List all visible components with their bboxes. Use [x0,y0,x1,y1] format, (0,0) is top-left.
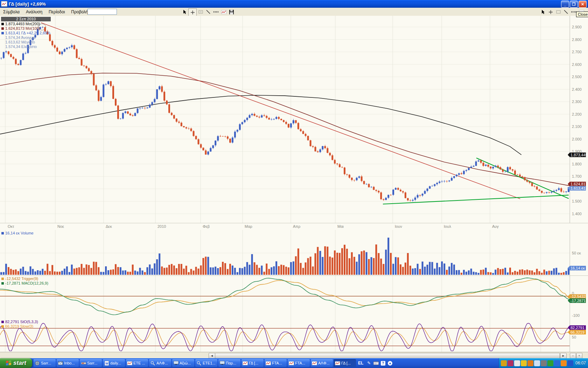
legend-sto-fast: 82,2791 StO(5,3,3) [1,320,38,324]
taskbar-button-1[interactable]: Sarr... [34,359,56,367]
gridline-icon[interactable] [212,8,220,15]
toolbar-center [181,8,235,16]
taskbar-button-11[interactable]: FTA... [265,359,287,367]
close-button[interactable]: ✕ [579,1,587,8]
taskbar-button-14[interactable]: ΓΔ [... [334,359,356,367]
month-label: Οκτ [8,224,14,229]
tray-icon-3[interactable] [514,360,520,366]
legend-price: 1.613,41 ΓΔ +42,29 2,69% [1,31,50,35]
svg-text:1.873,449: 1.873,449 [570,153,588,157]
tray-icon-11[interactable] [567,360,573,366]
start-button[interactable]: start [0,358,32,368]
taskbar-button-5[interactable]: ETE ... [126,359,148,367]
taskbar-button-7[interactable]: Αξιώ... [172,359,194,367]
system-tray: 06:07 [499,358,588,368]
rectangle-icon[interactable] [197,8,204,15]
language-indicator[interactable]: EL [358,361,363,366]
tray-icon-4[interactable] [521,360,527,366]
symbol-input[interactable] [88,9,117,15]
zoom-in-button[interactable]: + [576,353,582,359]
tray-icon-7[interactable] [541,360,547,366]
month-label: Απρ [293,224,300,229]
chart-icon [243,361,248,366]
taskbar-button-10[interactable]: ΓΔ [... [241,359,264,367]
taskbar-button-6[interactable]: ΑΛΦ... [149,359,171,367]
title-bar: ΓΔ [daily] +2,69% _ ❐ ✕ [0,0,588,8]
tray-icon-9[interactable] [554,360,560,366]
svg-text:2.700: 2.700 [572,50,582,54]
close-tooltip: Close [576,12,588,17]
svg-text:50: 50 [572,335,576,339]
taskbar-button-4[interactable]: Wdaily... [103,359,125,367]
task-buttons: Sarr...Inbo...Sarr...Wdaily...ETE ...ΑΛΦ… [34,359,356,367]
svg-text:2.600: 2.600 [572,62,582,67]
svg-text:2.900: 2.900 [572,25,582,29]
svg-text:2.200: 2.200 [572,112,582,116]
svg-text:-17,2871: -17,2871 [570,299,586,303]
monitor-icon [219,361,225,366]
month-label: Ιουλ [444,224,451,229]
taskbar-button-8[interactable]: ΕΤΕ1... [195,359,217,367]
pointer-icon[interactable] [539,8,547,15]
menu-periods[interactable]: Περίοδοι [46,8,68,15]
taskbar-button-2[interactable]: Inbo... [57,359,79,367]
menu-analysis[interactable]: Ανάλυση [23,8,46,15]
restore-button[interactable]: ❐ [570,1,578,8]
svg-text:1.613,41: 1.613,41 [570,186,586,190]
line-icon[interactable] [204,8,212,15]
legend-sto-slow: 66,3219 Slow(3) [1,324,33,328]
tray-icon-8[interactable] [547,360,553,366]
svg-text:2.100: 2.100 [572,124,582,129]
zoom-out-button[interactable]: − [570,353,576,359]
chart-icon [335,361,340,366]
stochastic-pane[interactable]: 5082,279166,3219 [0,319,588,352]
search-icon [150,361,155,366]
legend-low: 1.574,34 Ελάχιστο [5,45,37,49]
app-chart-icon [1,1,7,7]
taskbar-button-12[interactable]: FTA... [288,359,310,367]
month-label: Ιουν [395,224,402,229]
svg-text:W: W [105,362,108,365]
tray-icon-5[interactable] [527,360,533,366]
month-label: Φεβ [203,224,210,229]
taskbar-button-3[interactable]: Sarr... [80,359,102,367]
scroll-left-button[interactable]: ◄ [209,353,215,359]
windows-flag-icon [6,360,12,366]
crosshair-icon[interactable] [188,8,197,16]
tray-icon-2[interactable] [507,360,513,366]
legend-volume: 16,14 εκ Volume [1,231,34,235]
chart-icon [127,361,132,366]
line-icon[interactable] [562,8,570,15]
svg-text:82,2791: 82,2791 [570,326,584,330]
tray-icon-6[interactable] [534,360,540,366]
chart-icon[interactable] [220,8,227,15]
pen-icon[interactable]: ✎ [366,360,372,366]
legend-macd: -17,2871 MACD(12,26,9) [1,281,48,285]
pointer-icon[interactable] [181,8,188,15]
tray-icon-10[interactable] [561,360,567,366]
rectangle-icon[interactable] [554,8,562,15]
legend-ma100: 1.624,8173 Μσ(100) [1,26,40,30]
taskbar-button-13[interactable]: ΑΛΦ... [311,359,333,367]
horizontal-scrollbar[interactable]: ◄ ► − + [0,352,588,359]
save-icon[interactable] [227,8,235,15]
hidden-icons-chevron[interactable]: ▲ [387,360,393,366]
tablet-icon[interactable] [373,360,379,366]
month-label: Αυγ [492,224,499,229]
svg-text:1.500: 1.500 [572,199,582,203]
scroll-right-button[interactable]: ► [560,353,567,359]
crosshair-icon[interactable] [547,8,554,15]
window-title: ΓΔ [daily] +2,69% [9,1,46,7]
help-icon[interactable]: ? [380,360,386,366]
scrollbar-thumb[interactable] [215,353,560,359]
tray-icon-1[interactable] [501,360,507,366]
svg-text:2.400: 2.400 [572,87,582,91]
volume-pane[interactable]: 50 εκ16,14 εκ [0,230,588,276]
month-label: 2010 [158,224,166,229]
macd-pane[interactable]: 0-100-12,5432-17,2871 [0,276,588,320]
search-icon [196,361,202,366]
price-chart-pane[interactable]: 2.9002.8002.7002.6002.5002.4002.3002.200… [0,16,588,223]
taskbar-button-9[interactable]: Παρ... [218,359,240,367]
menu-symbols[interactable]: Σύμβολα [0,8,23,15]
minimize-button[interactable]: _ [561,1,569,8]
